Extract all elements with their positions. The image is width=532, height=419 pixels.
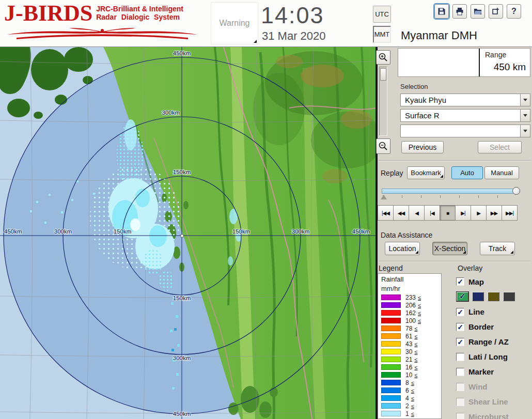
legend-label: Legend [379, 264, 403, 272]
replay-timeline-slider[interactable] [382, 187, 520, 200]
legend-row: 206 ≤ [378, 301, 441, 309]
checkbox-icon[interactable] [456, 277, 464, 286]
playback-button[interactable]: |◀◀ [378, 205, 394, 221]
corner-arrow-icon [463, 251, 466, 254]
map-style-swatches [456, 289, 532, 304]
overlay-item[interactable]: Microburst [456, 409, 532, 419]
legend-value: 4 [405, 395, 409, 402]
playback-button[interactable]: ▶ [471, 205, 487, 221]
legend-value: 6 [405, 387, 409, 394]
overlay-item[interactable]: Lati / Long [456, 349, 532, 364]
legend-color-swatch [381, 294, 401, 300]
legend-color-swatch [381, 349, 401, 354]
playback-button[interactable]: ■ [440, 205, 456, 221]
playback-button[interactable]: ◀◀ [393, 205, 409, 221]
checkbox-icon[interactable] [456, 308, 464, 316]
checkbox-icon[interactable] [456, 353, 464, 361]
zoom-slider-thumb[interactable] [380, 68, 386, 81]
overlay-item[interactable]: Wind [456, 379, 532, 394]
playback-button[interactable]: ◀ [409, 205, 425, 221]
legend-row: 61 ≤ [378, 332, 441, 340]
legend-color-swatch [381, 302, 401, 308]
range-ring-label: 300km [162, 110, 180, 116]
print-button[interactable] [452, 4, 467, 19]
overlay-item[interactable]: Border [456, 319, 532, 334]
data-assistance-button[interactable]: X-Section [432, 242, 467, 255]
overlay-item-map[interactable]: Map [456, 274, 532, 289]
legend-row: 162 ≤ [378, 309, 441, 317]
print-icon [455, 7, 464, 16]
map-style-swatch[interactable] [457, 292, 468, 301]
playback-button[interactable]: ▶▶ [486, 205, 502, 221]
legend-title: Rainfall [381, 275, 441, 283]
new-window-button[interactable] [489, 4, 503, 19]
new-window-icon [491, 7, 500, 16]
legend-color-swatch [381, 341, 401, 347]
chevron-down-icon[interactable] [520, 110, 530, 121]
checkbox-icon[interactable] [456, 383, 464, 391]
help-button[interactable]: ? [507, 4, 521, 19]
open-button[interactable] [471, 4, 485, 19]
radar-map[interactable]: 450km 300km 150km 150km 300km 450km 450k… [0, 47, 375, 419]
legend-row: 21 ≤ [378, 355, 441, 363]
data-assistance-button[interactable]: Track [480, 242, 515, 255]
warning-button[interactable]: Warning [211, 2, 258, 44]
zoom-out-button[interactable] [376, 138, 390, 154]
checkbox-icon[interactable] [456, 323, 464, 331]
range-ring-label: 450km [173, 411, 191, 417]
data-assistance-button-label: Location [389, 244, 416, 253]
previous-button[interactable]: Previous [401, 141, 444, 153]
legend-row: 16 ≤ [378, 363, 441, 371]
divider [379, 261, 531, 262]
overlay-item[interactable]: Range / AZ [456, 334, 532, 349]
manual-button[interactable]: Manual [484, 166, 519, 179]
map-style-swatch[interactable] [488, 292, 499, 301]
chevron-down-icon[interactable] [520, 125, 530, 137]
range-info-box: Range 450 km [398, 48, 530, 77]
slider-handle[interactable] [512, 187, 520, 195]
overlay-item[interactable]: Line [456, 304, 532, 319]
zoom-in-button[interactable] [376, 50, 390, 65]
map-style-swatch[interactable] [503, 292, 515, 301]
bookmark-button[interactable]: Bookmark [407, 166, 445, 179]
mmt-button[interactable]: MMT [373, 26, 391, 43]
data-assistance-button[interactable]: Location [385, 242, 420, 255]
range-ring-label: 450km [4, 228, 22, 235]
checkbox-icon[interactable] [456, 338, 464, 346]
legend-color-swatch [381, 364, 401, 370]
utc-button[interactable]: UTC [373, 6, 391, 23]
extra-combobox[interactable] [400, 125, 530, 137]
overlay-item[interactable]: Marker [456, 364, 532, 379]
chevron-down-icon[interactable] [520, 94, 530, 106]
jbirds-logo: J-BIRDS JRC-Brilliant & Intelligent Rada… [4, 1, 209, 45]
checkbox-icon[interactable] [456, 413, 464, 419]
product-combobox[interactable]: Surface R [400, 109, 530, 122]
legend-row: 30 ≤ [378, 348, 441, 355]
zoom-slider[interactable] [379, 67, 387, 136]
legend-color-swatch [381, 411, 401, 416]
playback-button[interactable]: |◀ [424, 205, 440, 221]
legend-value: 206 [405, 302, 416, 309]
playback-button[interactable]: ▶▶| [502, 205, 518, 221]
legend-operator: ≤ [418, 294, 421, 301]
slider-track[interactable] [382, 189, 517, 194]
checkbox-icon[interactable] [456, 368, 464, 376]
checkbox-icon[interactable] [456, 398, 464, 406]
overlay-item[interactable]: Shear Line [456, 394, 532, 409]
help-icon: ? [511, 7, 517, 16]
legend-row: 8 ≤ [378, 379, 441, 386]
legend-operator: ≤ [411, 411, 414, 417]
legend-row: 10 ≤ [378, 371, 441, 379]
select-button[interactable]: Select [478, 141, 522, 153]
map-style-swatch[interactable] [472, 292, 484, 301]
radar-display[interactable]: 450km 300km 150km 150km 300km 450km 450k… [0, 47, 375, 419]
site-combobox-value: Kyauk Phyu [401, 96, 520, 104]
legend-color-swatch [381, 333, 401, 339]
playback-button[interactable]: ▶| [455, 205, 471, 221]
legend-value: 78 [405, 325, 412, 332]
save-button[interactable] [434, 4, 449, 19]
legend-color-swatch [381, 380, 401, 385]
site-combobox[interactable]: Kyauk Phyu [400, 94, 530, 106]
auto-button[interactable]: Auto [451, 166, 483, 179]
legend-color-swatch [381, 356, 401, 362]
